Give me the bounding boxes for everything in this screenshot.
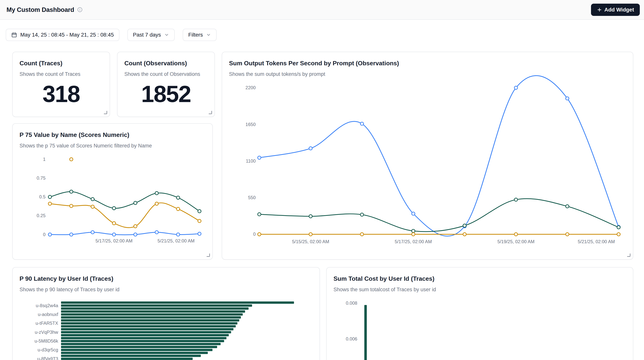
svg-text:0.25: 0.25 — [37, 213, 46, 218]
svg-text:u-zVqP3hw: u-zVqP3hw — [35, 329, 58, 335]
widget-p90-latency: P 90 Latency by User Id (Traces) Shows t… — [12, 267, 320, 360]
svg-text:u-8sq2w4a: u-8sq2w4a — [36, 303, 58, 308]
widget-count-observations: Count (Observations) Shows the count of … — [117, 52, 215, 117]
svg-text:550: 550 — [248, 195, 256, 200]
svg-text:1: 1 — [43, 157, 46, 162]
widget-subtitle: Shows the count of Traces — [20, 71, 80, 77]
widget-subtitle: Shows the count of Observations — [124, 71, 200, 77]
svg-text:5/21/25, 02:00 AM: 5/21/25, 02:00 AM — [578, 239, 615, 244]
svg-text:5/15/25, 02:00 AM: 5/15/25, 02:00 AM — [292, 239, 329, 244]
svg-text:u-tFAR5TX: u-tFAR5TX — [36, 320, 58, 326]
svg-text:5/17/25, 02:00 AM: 5/17/25, 02:00 AM — [96, 238, 132, 243]
svg-text:0.5: 0.5 — [39, 194, 46, 199]
cost-bar-chart[interactable]: 0.0080.006 — [326, 267, 633, 360]
p75-line-chart[interactable]: 00.250.50.7515/17/25, 02:00 AM5/21/25, 0… — [13, 124, 212, 259]
resize-handle-icon[interactable] — [627, 253, 630, 257]
svg-text:5/21/25, 02:00 AM: 5/21/25, 02:00 AM — [158, 238, 194, 243]
svg-text:u-aobnuxf: u-aobnuxf — [38, 312, 58, 317]
svg-text:0.006: 0.006 — [346, 336, 358, 341]
widget-total-cost: Sum Total Cost by User Id (Traces) Shows… — [326, 267, 633, 360]
widget-p75-by-name: P 75 Value by Name (Scores Numeric) Show… — [12, 123, 213, 260]
svg-text:0.75: 0.75 — [37, 175, 46, 181]
widget-title: Count (Traces) — [20, 60, 62, 67]
svg-text:u-8fVa9T3: u-8fVa9T3 — [37, 356, 58, 360]
svg-text:1100: 1100 — [246, 158, 256, 164]
svg-text:u-5M8D56k: u-5M8D56k — [34, 338, 58, 343]
widget-count-traces: Count (Traces) Shows the count of Traces… — [12, 52, 110, 117]
svg-text:1650: 1650 — [246, 122, 256, 127]
count-traces-value: 318 — [13, 82, 110, 106]
widget-tokens-by-prompt: Sum Output Tokens Per Second by Prompt (… — [222, 52, 633, 260]
svg-text:0: 0 — [43, 232, 46, 237]
p90-bar-chart[interactable]: u-8sq2w4au-aobnuxfu-tFAR5TXu-zVqP3hwu-5M… — [13, 267, 320, 360]
resize-handle-icon[interactable] — [209, 111, 212, 114]
svg-text:5/17/25, 02:00 AM: 5/17/25, 02:00 AM — [395, 239, 432, 244]
dashboard-grid: Count (Traces) Shows the count of Traces… — [0, 0, 644, 360]
svg-text:2200: 2200 — [246, 85, 256, 90]
widget-title: Count (Observations) — [124, 60, 187, 67]
svg-text:0: 0 — [253, 231, 256, 237]
resize-handle-icon[interactable] — [104, 111, 107, 114]
svg-text:5/19/25, 02:00 AM: 5/19/25, 02:00 AM — [498, 239, 534, 244]
tokens-line-chart[interactable]: 05501100165022005/15/25, 02:00 AM5/17/25… — [222, 52, 633, 259]
svg-text:u-d3qr5cg: u-d3qr5cg — [38, 347, 58, 352]
resize-handle-icon[interactable] — [207, 253, 210, 257]
count-observations-value: 1852 — [118, 82, 214, 106]
svg-text:0.008: 0.008 — [346, 300, 358, 306]
